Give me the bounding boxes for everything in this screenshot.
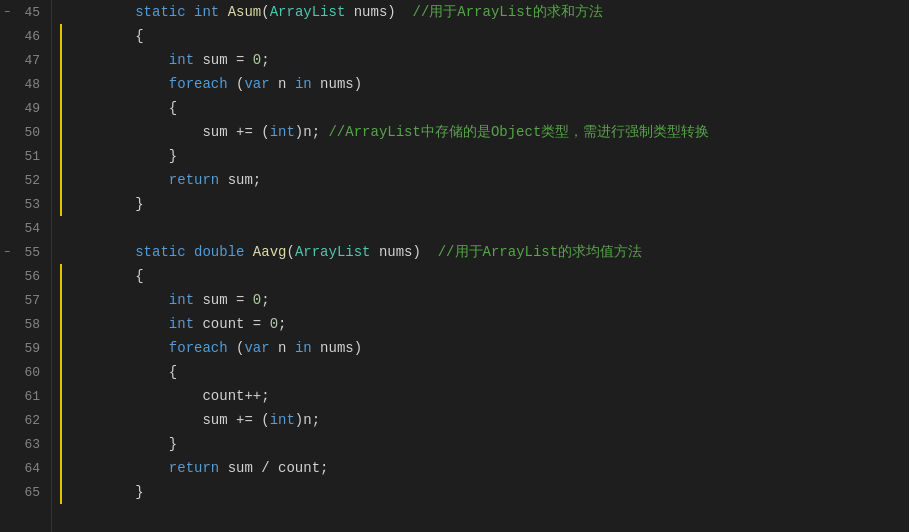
- yellow-bar: [60, 24, 62, 48]
- gutter-row: 63: [0, 432, 51, 456]
- code-token: [68, 48, 169, 72]
- code-token: foreach: [169, 336, 228, 360]
- collapse-bar-area: [60, 480, 66, 504]
- code-token: Asum: [228, 0, 262, 24]
- code-line: static double Aavg(ArrayList nums) //用于A…: [60, 240, 909, 264]
- gutter-row: 57: [0, 288, 51, 312]
- collapse-bar-area: [60, 24, 66, 48]
- code-token: }: [68, 144, 177, 168]
- code-line: sum += (int)n; //ArrayList中存储的是Object类型，…: [60, 120, 909, 144]
- code-token: int: [169, 288, 194, 312]
- line-number: 63: [14, 437, 44, 452]
- gutter-row: −55: [0, 240, 51, 264]
- code-token: sum / count;: [219, 456, 328, 480]
- gutter-row: 49: [0, 96, 51, 120]
- code-token: int: [194, 0, 219, 24]
- code-token: static: [68, 240, 194, 264]
- line-gutter: −45464748495051525354−555657585960616263…: [0, 0, 52, 532]
- code-line: int count = 0;: [60, 312, 909, 336]
- yellow-bar: [60, 384, 62, 408]
- code-token: [68, 336, 169, 360]
- yellow-bar: [60, 264, 62, 288]
- code-token: int: [169, 312, 194, 336]
- code-token: static: [68, 0, 194, 24]
- code-token: [219, 0, 227, 24]
- fold-indicator[interactable]: −: [0, 7, 14, 18]
- code-token: [68, 456, 169, 480]
- code-token: double: [194, 240, 244, 264]
- code-token: (: [228, 336, 245, 360]
- gutter-row: 56: [0, 264, 51, 288]
- code-token: (: [228, 72, 245, 96]
- line-number: 54: [14, 221, 44, 236]
- gutter-row: 65: [0, 480, 51, 504]
- code-line: int sum = 0;: [60, 48, 909, 72]
- code-token: n: [270, 72, 295, 96]
- yellow-bar: [60, 48, 62, 72]
- code-token: nums): [312, 336, 362, 360]
- line-number: 56: [14, 269, 44, 284]
- code-token: ArrayList: [270, 0, 346, 24]
- gutter-row: −45: [0, 0, 51, 24]
- code-token: count =: [194, 312, 270, 336]
- gutter-row: 61: [0, 384, 51, 408]
- fold-indicator[interactable]: −: [0, 247, 14, 258]
- code-token: 0: [270, 312, 278, 336]
- code-line: static int Asum(ArrayList nums) //用于Arra…: [60, 0, 909, 24]
- code-token: Aavg: [253, 240, 287, 264]
- gutter-row: 64: [0, 456, 51, 480]
- code-token: {: [68, 24, 144, 48]
- code-token: //ArrayList中存储的是Object类型，需进行强制类型转换: [328, 120, 709, 144]
- code-token: var: [244, 72, 269, 96]
- code-token: )n;: [295, 408, 320, 432]
- code-line: }: [60, 144, 909, 168]
- gutter-row: 50: [0, 120, 51, 144]
- collapse-bar-area: [60, 72, 66, 96]
- fold-minus-icon[interactable]: −: [4, 247, 10, 258]
- code-token: int: [169, 48, 194, 72]
- code-token: in: [295, 72, 312, 96]
- line-number: 58: [14, 317, 44, 332]
- yellow-bar: [60, 480, 62, 504]
- yellow-bar: [60, 168, 62, 192]
- line-number: 53: [14, 197, 44, 212]
- yellow-bar: [60, 120, 62, 144]
- collapse-bar-area: [60, 360, 66, 384]
- collapse-bar-area: [60, 48, 66, 72]
- code-line: }: [60, 480, 909, 504]
- code-token: [68, 72, 169, 96]
- collapse-bar-area: [60, 168, 66, 192]
- code-token: [244, 240, 252, 264]
- line-number: 65: [14, 485, 44, 500]
- code-line: {: [60, 24, 909, 48]
- code-token: nums): [345, 0, 412, 24]
- collapse-bar-area: [60, 264, 66, 288]
- code-line: }: [60, 432, 909, 456]
- code-token: ;: [261, 288, 269, 312]
- code-line: {: [60, 96, 909, 120]
- code-line: sum += (int)n;: [60, 408, 909, 432]
- yellow-bar: [60, 192, 62, 216]
- yellow-bar: [60, 456, 62, 480]
- yellow-bar: [60, 432, 62, 456]
- code-line: {: [60, 360, 909, 384]
- code-token: ;: [278, 312, 286, 336]
- fold-minus-icon[interactable]: −: [4, 7, 10, 18]
- code-token: foreach: [169, 72, 228, 96]
- line-number: 62: [14, 413, 44, 428]
- collapse-bar-area: [60, 240, 66, 264]
- line-number: 52: [14, 173, 44, 188]
- yellow-bar: [60, 72, 62, 96]
- gutter-row: 60: [0, 360, 51, 384]
- yellow-bar: [60, 96, 62, 120]
- line-number: 55: [14, 245, 44, 260]
- line-number: 47: [14, 53, 44, 68]
- code-token: sum;: [219, 168, 261, 192]
- code-line: [60, 216, 909, 240]
- code-token: }: [68, 480, 144, 504]
- gutter-row: 51: [0, 144, 51, 168]
- code-token: var: [244, 336, 269, 360]
- code-line: return sum / count;: [60, 456, 909, 480]
- code-token: [68, 168, 169, 192]
- collapse-bar-area: [60, 456, 66, 480]
